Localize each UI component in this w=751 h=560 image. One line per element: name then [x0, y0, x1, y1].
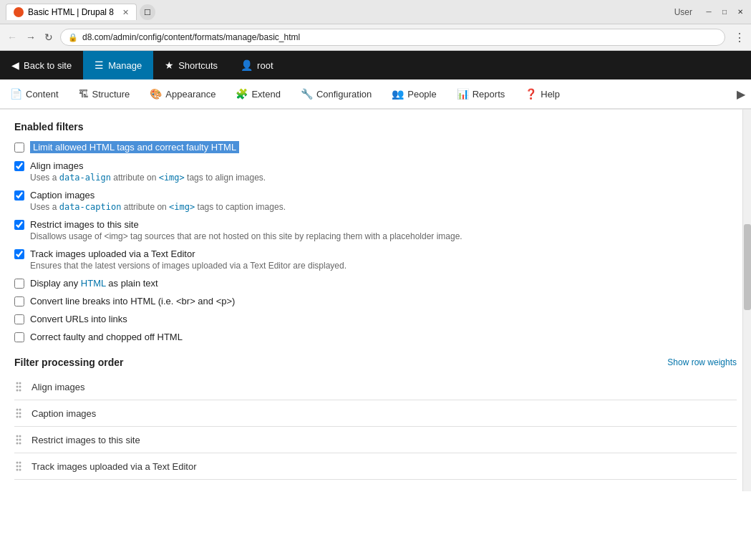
- address-bar: ← → ↻ 🔒 d8.com/admin/config/content/form…: [0, 24, 751, 50]
- browser-menu-button[interactable]: ⋮: [734, 31, 745, 44]
- url-text: d8.com/admin/config/content/formats/mana…: [82, 32, 300, 42]
- manage-label: Manage: [108, 60, 142, 71]
- back-to-site-label: Back to site: [24, 60, 72, 71]
- drag-label-caption: Caption images: [32, 408, 96, 419]
- new-tab-button[interactable]: □: [140, 4, 155, 20]
- svg-point-10: [16, 416, 19, 418]
- drag-label-track: Track images uploaded via a Text Editor: [32, 461, 197, 472]
- nav-arrow-button[interactable]: ▶: [731, 79, 751, 108]
- main-content: Enabled filters Limit allowed HTML tags …: [0, 110, 751, 491]
- filter-restrict-images-label: Restrict images to this site: [30, 219, 139, 230]
- filter-display-html-label: Display any HTML as plain text: [30, 278, 158, 289]
- scrollbar-thumb[interactable]: [744, 224, 751, 310]
- title-bar: Basic HTML | Drupal 8 ✕ □ User ─ □ ✕: [0, 0, 751, 24]
- nav-people[interactable]: 👥 People: [382, 79, 446, 110]
- filter-display-html-checkbox[interactable]: [14, 279, 24, 289]
- filter-caption-images-row: Caption images: [14, 190, 737, 201]
- nav-reports[interactable]: 📊 Reports: [447, 79, 515, 110]
- nav-extend[interactable]: 🧩 Extend: [226, 79, 290, 110]
- url-lock-icon: 🔒: [68, 33, 78, 42]
- svg-point-16: [16, 443, 19, 445]
- star-icon: ★: [165, 59, 174, 71]
- tab-close-button[interactable]: ✕: [122, 8, 129, 17]
- nav-reports-label: Reports: [473, 89, 505, 100]
- nav-configuration-label: Configuration: [316, 89, 372, 100]
- nav-people-label: People: [407, 89, 436, 100]
- drag-label-align: Align images: [32, 382, 84, 392]
- minimize-button[interactable]: ─: [704, 7, 714, 17]
- url-box[interactable]: 🔒 d8.com/admin/config/content/formats/ma…: [60, 29, 725, 46]
- window-controls: User ─ □ ✕: [674, 7, 745, 17]
- nav-help-label: Help: [541, 89, 560, 100]
- filter-limit-html-checkbox[interactable]: [14, 143, 24, 153]
- show-row-weights-link[interactable]: Show row weights: [667, 357, 737, 367]
- svg-point-13: [19, 435, 21, 438]
- filter-correct-html-checkbox[interactable]: [14, 332, 24, 342]
- filter-restrict-images: Restrict images to this site Disallows u…: [14, 219, 737, 241]
- filter-align-images: Align images Uses a data-align attribute…: [14, 160, 737, 183]
- filter-track-images-checkbox[interactable]: [14, 249, 24, 259]
- filter-restrict-images-checkbox[interactable]: [14, 220, 24, 230]
- close-button[interactable]: ✕: [735, 7, 745, 17]
- nav-structure[interactable]: 🏗 Structure: [69, 79, 140, 110]
- nav-appearance[interactable]: 🎨 Appearance: [140, 79, 226, 110]
- menu-icon: ☰: [95, 59, 104, 71]
- shortcuts-button[interactable]: ★ Shortcuts: [153, 51, 229, 79]
- svg-point-21: [19, 465, 21, 468]
- filter-align-images-checkbox[interactable]: [14, 161, 24, 171]
- drag-row-restrict: Restrict images to this site: [14, 427, 737, 453]
- user-label: root: [257, 60, 273, 71]
- back-to-site-button[interactable]: ◀ Back to site: [0, 51, 83, 79]
- tab-favicon: [14, 7, 24, 17]
- structure-icon: 🏗: [79, 88, 89, 100]
- filter-correct-html-label: Correct faulty and chopped off HTML: [30, 332, 183, 342]
- nav-bar: 📄 Content 🏗 Structure 🎨 Appearance 🧩 Ext…: [0, 79, 751, 110]
- filter-limit-html: Limit allowed HTML tags and correct faul…: [14, 141, 737, 153]
- page-wrapper: Enabled filters Limit allowed HTML tags …: [0, 110, 751, 491]
- scrollbar-track[interactable]: [742, 110, 751, 491]
- nav-structure-label: Structure: [92, 89, 130, 100]
- drag-handle-align[interactable]: [14, 381, 23, 392]
- back-button[interactable]: ←: [6, 30, 19, 44]
- nav-configuration[interactable]: 🔧 Configuration: [291, 79, 382, 110]
- shortcuts-label: Shortcuts: [178, 60, 218, 71]
- enabled-filters-title: Enabled filters: [14, 121, 737, 132]
- reload-button[interactable]: ↻: [43, 30, 54, 44]
- filter-convert-urls-checkbox[interactable]: [14, 314, 24, 324]
- browser-tab[interactable]: Basic HTML | Drupal 8 ✕: [6, 4, 137, 20]
- content-area: Enabled filters Limit allowed HTML tags …: [0, 110, 751, 491]
- extend-icon: 🧩: [236, 88, 248, 100]
- maximize-button[interactable]: □: [719, 7, 730, 17]
- nav-content-label: Content: [26, 89, 59, 100]
- filter-track-images-row: Track images uploaded via a Text Editor: [14, 248, 737, 259]
- filter-caption-images-label: Caption images: [30, 190, 95, 201]
- filter-convert-breaks-checkbox[interactable]: [14, 296, 24, 306]
- filter-convert-urls-row: Convert URLs into links: [14, 314, 737, 324]
- drag-handle-caption[interactable]: [14, 407, 23, 419]
- manage-button[interactable]: ☰ Manage: [83, 51, 153, 79]
- svg-point-14: [16, 439, 19, 441]
- nav-content[interactable]: 📄 Content: [0, 79, 69, 110]
- svg-point-18: [16, 462, 19, 464]
- back-icon: ◀: [11, 59, 19, 71]
- drag-row-caption: Caption images: [14, 400, 737, 427]
- filter-caption-images-checkbox[interactable]: [14, 190, 24, 201]
- svg-point-9: [19, 412, 21, 415]
- help-icon: ❓: [525, 88, 537, 100]
- filter-convert-urls-label: Convert URLs into links: [30, 314, 127, 324]
- drag-row-track: Track images uploaded via a Text Editor: [14, 453, 737, 480]
- drag-handle-track[interactable]: [14, 460, 23, 472]
- nav-appearance-label: Appearance: [165, 89, 215, 100]
- svg-point-19: [19, 462, 21, 464]
- filter-display-html: Display any HTML as plain text: [14, 278, 737, 289]
- svg-point-15: [19, 439, 21, 441]
- drag-handle-restrict[interactable]: [14, 434, 23, 445]
- user-button[interactable]: 👤 root: [229, 51, 284, 79]
- filter-caption-images-desc: Uses a data-caption attribute on <img> t…: [30, 202, 737, 212]
- svg-point-1: [19, 382, 21, 385]
- drag-label-restrict: Restrict images to this site: [32, 435, 140, 445]
- filter-track-images-desc: Ensures that the latest versions of imag…: [30, 261, 737, 271]
- filter-align-images-desc: Uses a data-align attribute on <img> tag…: [30, 173, 737, 183]
- forward-button[interactable]: →: [24, 30, 37, 44]
- nav-help[interactable]: ❓ Help: [515, 79, 570, 110]
